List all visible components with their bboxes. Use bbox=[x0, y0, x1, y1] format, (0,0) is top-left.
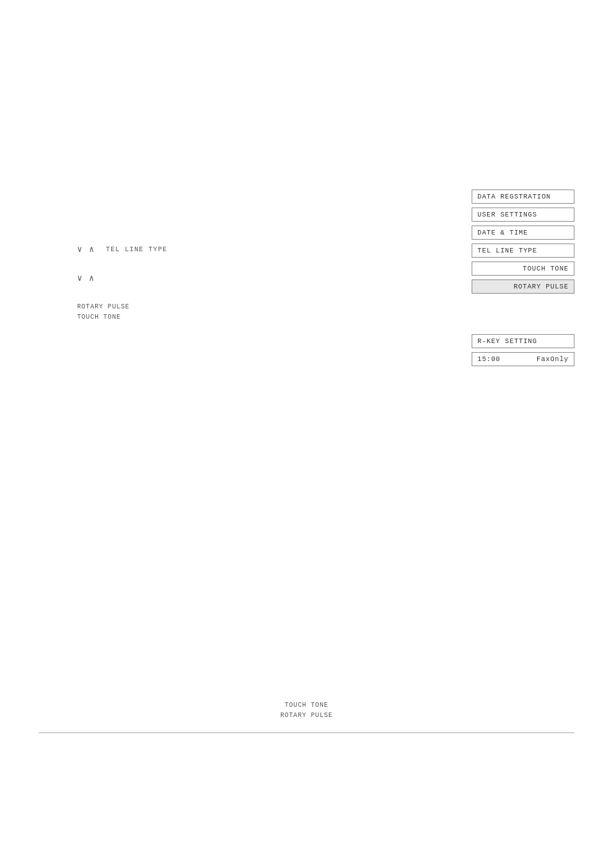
menu-item-date-time[interactable]: DATE & TIME bbox=[472, 226, 574, 240]
menu-panel: DATA REGSTRATION USER SETTINGS DATE & TI… bbox=[472, 190, 574, 294]
option-rotary-pulse: ROTARY PULSE bbox=[77, 302, 130, 312]
second-arrows-row: ∨ ∧ bbox=[77, 273, 94, 283]
bottom-rotary-pulse: ROTARY PULSE bbox=[280, 711, 333, 721]
divider-line bbox=[39, 732, 574, 733]
first-row-down-arrow[interactable]: ∨ bbox=[77, 244, 82, 254]
menu-item-tel-line-type[interactable]: TEL LINE TYPE bbox=[472, 244, 574, 258]
menu-item-user-settings[interactable]: USER SETTINGS bbox=[472, 208, 574, 222]
bottom-touch-tone: TOUCH TONE bbox=[280, 700, 333, 711]
first-row-arrows: ∨ ∧ bbox=[77, 244, 94, 254]
option-touch-tone: TOUCH TONE bbox=[77, 312, 130, 323]
rkey-mode-value: FaxOnly bbox=[537, 355, 569, 363]
tel-line-type-label: TEL LINE TYPE bbox=[106, 245, 168, 253]
first-row-up-arrow[interactable]: ∧ bbox=[89, 244, 94, 254]
menu-item-rotary-pulse[interactable]: ROTARY PULSE bbox=[472, 279, 574, 294]
rkey-setting-label[interactable]: R-KEY SETTING bbox=[472, 334, 574, 348]
menu-item-touch-tone[interactable]: TOUCH TONE bbox=[472, 261, 574, 276]
tel-line-type-row: ∨ ∧ TEL LINE TYPE bbox=[77, 244, 167, 254]
rkey-value-row[interactable]: 15:00 FaxOnly bbox=[472, 352, 574, 366]
second-row-arrows: ∨ ∧ bbox=[77, 273, 94, 283]
rkey-time-value: 15:00 bbox=[477, 355, 501, 363]
second-row-up-arrow[interactable]: ∧ bbox=[89, 273, 94, 283]
rkey-section: R-KEY SETTING 15:00 FaxOnly bbox=[472, 334, 574, 366]
option-labels: ROTARY PULSE TOUCH TONE bbox=[77, 302, 130, 323]
bottom-options: TOUCH TONE ROTARY PULSE bbox=[280, 700, 333, 721]
menu-item-data-registration[interactable]: DATA REGSTRATION bbox=[472, 190, 574, 204]
controls-area: ∨ ∧ TEL LINE TYPE bbox=[77, 244, 167, 272]
second-row-down-arrow[interactable]: ∨ bbox=[77, 273, 82, 283]
